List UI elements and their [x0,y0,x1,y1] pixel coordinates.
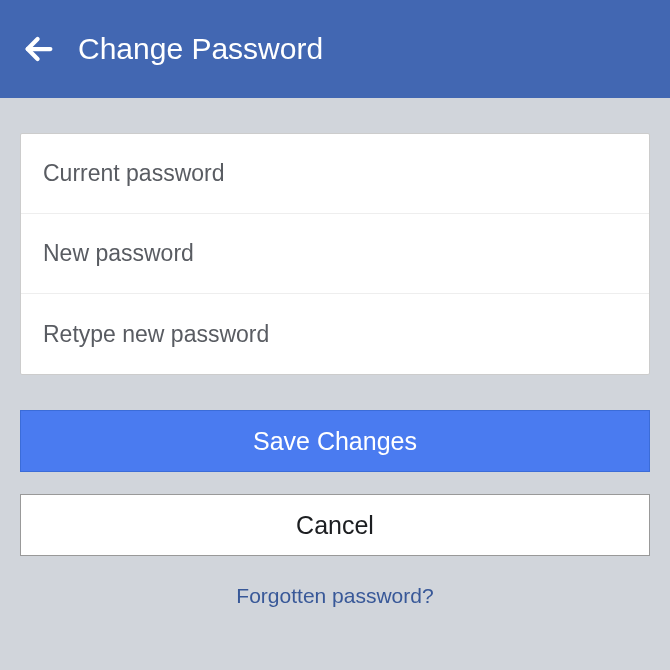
retype-password-field[interactable] [43,321,627,348]
forgotten-password-link[interactable]: Forgotten password? [20,584,650,608]
password-form-card [20,133,650,375]
back-arrow-icon[interactable] [20,32,58,66]
cancel-button-label: Cancel [296,511,374,540]
content-area: Save Changes Cancel Forgotten password? [0,98,670,608]
save-button-label: Save Changes [253,427,417,456]
current-password-field[interactable] [43,160,627,187]
retype-password-row [21,294,649,374]
header: Change Password [0,0,670,98]
forgotten-password-label: Forgotten password? [236,584,433,607]
new-password-row [21,214,649,294]
cancel-button[interactable]: Cancel [20,494,650,556]
new-password-field[interactable] [43,240,627,267]
save-button[interactable]: Save Changes [20,410,650,472]
current-password-row [21,134,649,214]
page-title: Change Password [78,32,323,66]
